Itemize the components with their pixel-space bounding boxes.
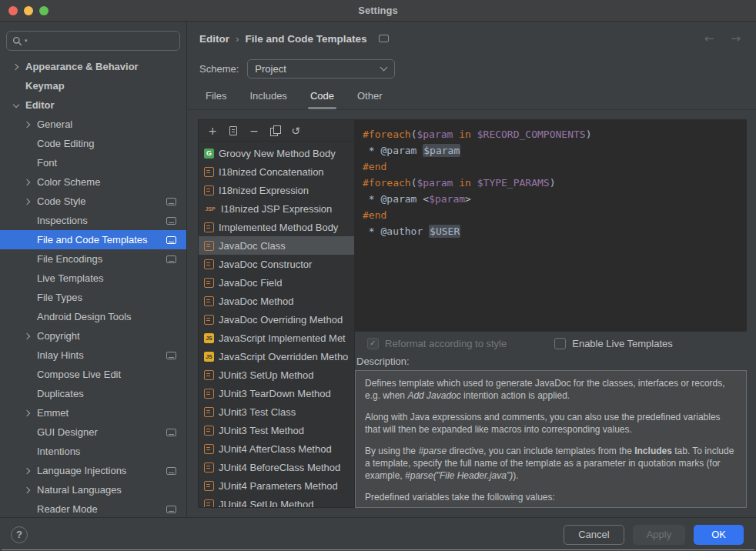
sidebar-item-android-design-tools[interactable]: Android Design Tools (0, 307, 186, 326)
sidebar-item-reader-mode[interactable]: Reader Mode (0, 499, 186, 517)
chevron-down-icon[interactable] (9, 99, 22, 112)
list-item-junit4-setup-method[interactable]: JUnit4 SetUp Method (199, 495, 354, 507)
list-item-groovy-new-method-body[interactable]: GGroovy New Method Body (199, 144, 354, 162)
sidebar-item-editor[interactable]: Editor (0, 95, 186, 115)
list-item-junit3-setup-method[interactable]: JUnit3 SetUp Method (199, 366, 354, 384)
search-field[interactable]: ▾ (6, 31, 180, 51)
reformat-checkbox[interactable]: ✓ (367, 338, 379, 349)
sidebar-item-label: Editor (25, 99, 55, 111)
sidebar-item-general[interactable]: General (0, 115, 186, 134)
list-item-label: JavaDoc Constructor (219, 259, 312, 270)
sidebar-item-inspections[interactable]: Inspections (0, 211, 186, 230)
minimize-button[interactable] (24, 6, 33, 15)
list-item-label: I18nized Concatenation (219, 166, 324, 178)
chevron-right-icon[interactable] (21, 484, 34, 496)
template-icon (204, 426, 214, 436)
list-item-javascript-overridden-metho[interactable]: JSJavaScript Overridden Metho (199, 347, 354, 366)
breadcrumb-editor[interactable]: Editor (199, 33, 229, 45)
jsp-icon: JSP (204, 204, 216, 214)
help-button[interactable]: ? (11, 526, 28, 543)
apply-button[interactable]: Apply (633, 525, 686, 545)
sidebar-item-label: GUI Designer (37, 426, 98, 438)
chevron-right-icon[interactable] (21, 407, 34, 419)
screen-icon (166, 506, 176, 513)
list-item-label: JavaScript Overridden Metho (219, 351, 348, 362)
list-item-implemented-method-body[interactable]: Implemented Method Body (199, 218, 354, 236)
list-item-javascript-implemented-met[interactable]: JSJavaScript Implemented Met (199, 329, 354, 347)
list-item-javadoc-overriding-method[interactable]: JavaDoc Overriding Method (199, 310, 354, 329)
list-item-junit3-teardown-method[interactable]: JUnit3 TearDown Method (199, 384, 354, 402)
template-icon (204, 259, 214, 269)
search-input[interactable] (30, 35, 174, 47)
chevron-right-icon[interactable] (21, 119, 34, 131)
list-item-javadoc-method[interactable]: JavaDoc Method (199, 292, 354, 310)
chevron-right-icon[interactable] (21, 465, 34, 477)
scheme-dropdown[interactable]: Project (247, 59, 395, 78)
sidebar-item-copyright[interactable]: Copyright (0, 326, 186, 346)
sidebar-item-compose-live-edit[interactable]: Compose Live Edit (0, 365, 186, 384)
list-item-javadoc-class[interactable]: JavaDoc Class (199, 236, 354, 255)
sidebar-item-intentions[interactable]: Intentions (0, 442, 186, 461)
description-panel[interactable]: Defines template which used to generate … (355, 370, 747, 508)
tab-includes[interactable]: Includes (249, 90, 286, 109)
live-templates-label: Enable Live Templates (572, 338, 673, 349)
sidebar-item-code-editing[interactable]: Code Editing (0, 134, 186, 153)
zoom-button[interactable] (39, 6, 49, 15)
list-item-junit3-test-class[interactable]: JUnit3 Test Class (199, 402, 354, 421)
chevron-right-icon[interactable] (21, 330, 34, 342)
sidebar-item-label: Intentions (37, 446, 80, 457)
sidebar-item-appearance-behavior[interactable]: Appearance & Behavior (0, 57, 186, 76)
sidebar-item-inlay-hints[interactable]: Inlay Hints (0, 346, 186, 365)
cancel-button[interactable]: Cancel (564, 525, 624, 545)
search-history-chevron-icon[interactable]: ▾ (25, 38, 28, 44)
list-item-junit4-beforeclass-method[interactable]: JUnit4 BeforeClass Method (199, 458, 354, 476)
ok-button[interactable]: OK (694, 525, 744, 545)
sidebar-item-keymap[interactable]: Keymap (0, 76, 186, 95)
live-templates-checkbox[interactable] (554, 338, 566, 349)
sidebar-item-code-style[interactable]: Code Style (0, 192, 186, 211)
list-item-junit4-afterclass-method[interactable]: JUnit4 AfterClass Method (199, 439, 354, 458)
close-button[interactable] (8, 6, 18, 15)
remove-icon[interactable]: − (249, 125, 259, 137)
tab-files[interactable]: Files (206, 90, 226, 109)
sidebar-item-gui-designer[interactable]: GUI Designer (0, 422, 186, 442)
template-editor[interactable]: #foreach($param in $RECORD_COMPONENTS) *… (355, 119, 747, 332)
chevron-right-icon[interactable] (21, 176, 34, 189)
copy-icon[interactable] (269, 125, 280, 135)
tab-code[interactable]: Code (310, 90, 334, 109)
list-item-label: JavaDoc Overriding Method (219, 314, 343, 326)
list-item-label: JUnit4 SetUp Method (219, 499, 314, 508)
list-item-javadoc-constructor[interactable]: JavaDoc Constructor (199, 255, 354, 273)
screen-icon (379, 35, 389, 42)
sidebar-item-language-injections[interactable]: Language Injections (0, 461, 186, 480)
list-item-junit4-parameters-method[interactable]: JUnit4 Parameters Method (199, 476, 354, 495)
sidebar-item-color-scheme[interactable]: Color Scheme (0, 172, 186, 192)
back-arrow-icon[interactable]: ← (704, 32, 714, 45)
chevron-right-icon[interactable] (21, 195, 34, 208)
sidebar-item-label: Color Scheme (37, 176, 100, 188)
sidebar-item-duplicates[interactable]: Duplicates (0, 384, 186, 403)
list-item-junit3-test-method[interactable]: JUnit3 Test Method (199, 421, 354, 439)
code-line: #end (363, 159, 746, 175)
list-item-i18nized-concatenation[interactable]: I18nized Concatenation (199, 162, 354, 181)
description-label: Description: (355, 355, 747, 370)
tab-other[interactable]: Other (357, 90, 383, 109)
sidebar-item-live-templates[interactable]: Live Templates (0, 269, 186, 288)
sidebar-item-file-encodings[interactable]: File Encodings (0, 249, 186, 269)
list-item-i18nized-expression[interactable]: I18nized Expression (199, 181, 354, 199)
sidebar-item-label: Keymap (25, 80, 65, 92)
add-icon[interactable]: + (207, 125, 218, 137)
list-item-javadoc-field[interactable]: JavaDoc Field (199, 273, 354, 292)
forward-arrow-icon[interactable]: → (731, 32, 741, 45)
sidebar-item-font[interactable]: Font (0, 153, 186, 172)
sidebar-item-emmet[interactable]: Emmet (0, 403, 186, 422)
create-child-template-icon[interactable] (228, 126, 239, 135)
template-icon (204, 370, 214, 380)
list-item-i18nized-jsp-expression[interactable]: JSPI18nized JSP Expression (199, 199, 354, 218)
screen-icon (166, 429, 176, 436)
sidebar-item-file-types[interactable]: File Types (0, 288, 186, 307)
chevron-right-icon[interactable] (9, 61, 22, 73)
reset-to-default-icon[interactable]: ↺ (290, 125, 301, 137)
sidebar-item-file-and-code-templates[interactable]: File and Code Templates (0, 230, 186, 249)
sidebar-item-natural-languages[interactable]: Natural Languages (0, 480, 186, 499)
